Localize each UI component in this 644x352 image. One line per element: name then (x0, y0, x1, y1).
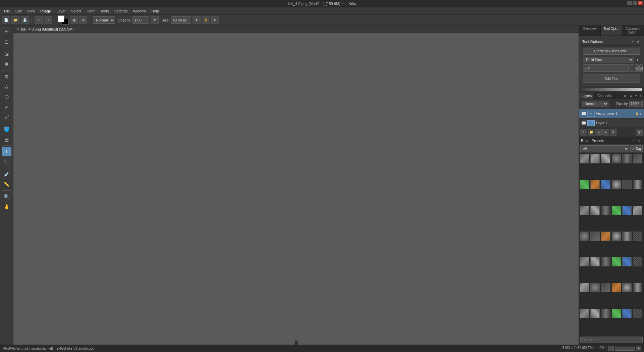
brush-presets-float[interactable]: ⧉ (637, 138, 642, 143)
tool-pan[interactable]: 🤚 (2, 202, 11, 211)
size-input[interactable] (171, 16, 191, 24)
brush-item-26[interactable] (590, 257, 600, 266)
brush-item-20[interactable] (590, 232, 600, 241)
create-text-btn[interactable]: Create new texts with... (583, 48, 640, 55)
tool-opacity-slider[interactable] (581, 88, 642, 91)
layer-visibility-paint[interactable] (581, 120, 586, 126)
minimize-button[interactable]: ─ (627, 1, 632, 5)
gradient-btn[interactable]: ▦ (70, 16, 78, 24)
tool-transform[interactable]: ⇲ (2, 49, 11, 59)
brush-item-38[interactable] (590, 309, 600, 318)
brush-item-13[interactable] (580, 206, 589, 215)
brush-search-input[interactable] (580, 337, 643, 343)
align-center-btn[interactable]: ▤ (635, 64, 639, 72)
brush-item-39[interactable] (601, 309, 610, 318)
new-button[interactable]: 📄 (2, 16, 10, 24)
layer-blend-mode[interactable]: Normal (582, 101, 608, 107)
tag-button[interactable]: ✓ Tag (630, 145, 643, 152)
font-dropdown[interactable]: ▾ (635, 57, 640, 63)
horizontal-scrollbar[interactable] (295, 341, 298, 345)
brush-opt-btn[interactable]: ⚙ (211, 16, 219, 24)
tool-text[interactable]: T (2, 147, 11, 156)
brush-item-41[interactable] (622, 309, 632, 318)
font-select[interactable]: Droid Sans (583, 57, 634, 63)
opacity-input[interactable] (132, 16, 149, 24)
tab-advanced-color[interactable]: Advanced Color... (622, 26, 644, 36)
brush-item-24[interactable] (633, 232, 642, 241)
canvas-tab-label[interactable]: kiki_4.0.png [Modified] (159.9M) (21, 27, 74, 31)
brush-item-3[interactable] (601, 154, 610, 163)
tool-shape[interactable]: △ (2, 82, 11, 91)
edit-text-button[interactable]: Edit Text (583, 74, 640, 83)
brush-item-11[interactable] (622, 180, 632, 189)
menu-edit[interactable]: Edit (13, 8, 24, 14)
brush-item-10[interactable] (612, 180, 621, 189)
tool-contiguous[interactable]: ⬛ (2, 157, 11, 166)
lt-add-group[interactable]: 📁 (588, 129, 594, 136)
brush-item-25[interactable] (580, 257, 589, 266)
layers-close[interactable]: ✕ (623, 93, 628, 99)
tool-move[interactable]: ✥ (2, 59, 11, 69)
brush-item-34[interactable] (612, 283, 621, 292)
brush-presets-close[interactable]: ✕ (631, 138, 637, 143)
menu-view[interactable]: View (24, 8, 38, 14)
menu-tools[interactable]: Tools (98, 8, 112, 14)
brush-item-37[interactable] (580, 309, 589, 318)
menu-filter[interactable]: Filter (84, 8, 97, 14)
brush-item-32[interactable] (590, 283, 600, 292)
foreground-color[interactable] (58, 15, 64, 22)
brush-item-18[interactable] (633, 206, 642, 215)
align-right-btn[interactable]: ▤ (639, 64, 643, 72)
brush-item-35[interactable] (622, 283, 632, 292)
menu-window[interactable]: Window (130, 8, 149, 14)
brush-item-36[interactable] (633, 283, 642, 292)
layers-opacity-input[interactable] (629, 101, 643, 107)
brush-item-30[interactable] (633, 257, 642, 266)
layers-settings[interactable]: ⚙ (639, 93, 644, 99)
menu-layer[interactable]: Layer (54, 8, 68, 14)
brush-item-42[interactable] (633, 309, 642, 318)
layer-lock-vector[interactable]: 🔓 (635, 112, 639, 115)
tool-measure[interactable]: 📏 (2, 180, 11, 189)
lt-move-down[interactable]: ▼ (610, 129, 616, 136)
menu-help[interactable]: Help (149, 8, 162, 14)
maximize-button[interactable]: □ (633, 1, 637, 5)
tool-picker[interactable]: 💉 (2, 169, 11, 179)
brush-item-28[interactable] (612, 257, 621, 266)
lt-move-up[interactable]: ▲ (602, 129, 609, 136)
tool-fill[interactable]: 🪣 (2, 124, 11, 134)
tool-path[interactable]: 🖊 (2, 102, 11, 111)
tool-freehand[interactable]: ✏ (2, 27, 11, 36)
pressure-btn[interactable]: ⚡ (202, 16, 210, 24)
brush-item-9[interactable] (601, 180, 610, 189)
brush-item-7[interactable] (580, 180, 589, 189)
redo-button[interactable]: ↪ (44, 16, 52, 24)
brush-filter-select[interactable]: All (580, 145, 629, 152)
tool-zoom[interactable]: 🔍 (2, 192, 11, 201)
brush-item-6[interactable] (633, 154, 642, 163)
tab-tool-options[interactable]: Tool Opt... (601, 26, 623, 36)
layers-float[interactable]: ⧉ (628, 93, 633, 99)
canvas-close-icon[interactable]: ✕ (16, 27, 19, 31)
brush-item-21[interactable] (601, 232, 610, 241)
brush-item-29[interactable] (622, 257, 632, 266)
save-button[interactable]: 💾 (21, 16, 29, 24)
brush-item-8[interactable] (590, 180, 600, 189)
layer-visibility-vector[interactable] (581, 111, 586, 116)
tab-channels[interactable]: Channels (595, 93, 614, 99)
tab-overview[interactable]: Overview (579, 26, 601, 36)
layer-item-vector[interactable]: V Vector Layer 1 🔓 ▶ (579, 109, 644, 118)
layer-item-paint[interactable]: Layer 1 (579, 118, 644, 128)
brush-item-14[interactable] (590, 206, 600, 215)
align-left-btn[interactable]: ⬛ (630, 64, 634, 72)
font-size-input[interactable] (583, 64, 629, 72)
size-toggle[interactable]: ▼ (193, 16, 201, 24)
brush-item-22[interactable] (612, 232, 621, 241)
menu-image[interactable]: Image (38, 8, 54, 14)
undo-button[interactable]: ↩ (35, 16, 43, 24)
tool-options-float[interactable]: ⧉ (635, 39, 641, 44)
blend-mode-select[interactable]: Normal (93, 16, 115, 24)
zoom-out-btn[interactable]: - (608, 346, 614, 351)
color-selector[interactable] (58, 15, 68, 25)
tool-polygon[interactable]: ⬡ (2, 92, 11, 101)
